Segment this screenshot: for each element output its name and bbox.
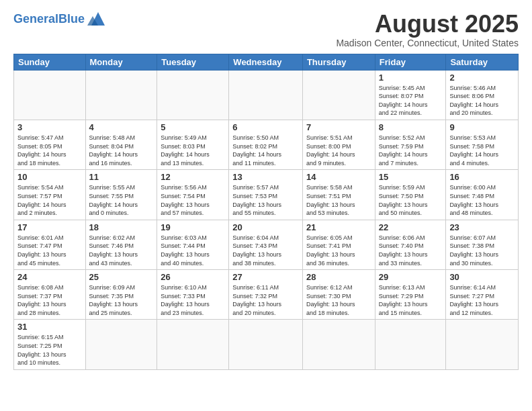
day-number: 26 (161, 272, 225, 282)
calendar-week-2: 3Sunrise: 5:47 AM Sunset: 8:05 PM Daylig… (14, 120, 519, 169)
calendar-cell: 26Sunrise: 6:10 AM Sunset: 7:33 PM Dayli… (157, 270, 229, 320)
day-number: 28 (306, 272, 371, 282)
calendar-cell (302, 320, 375, 369)
calendar-cell (14, 70, 86, 120)
calendar-cell: 27Sunrise: 6:11 AM Sunset: 7:32 PM Dayli… (229, 270, 303, 320)
day-info: Sunrise: 6:09 AM Sunset: 7:35 PM Dayligh… (89, 283, 154, 317)
day-number: 25 (89, 272, 154, 282)
calendar-cell: 11Sunrise: 5:55 AM Sunset: 7:55 PM Dayli… (85, 170, 157, 220)
day-info: Sunrise: 6:03 AM Sunset: 7:44 PM Dayligh… (161, 234, 225, 267)
day-info: Sunrise: 6:08 AM Sunset: 7:37 PM Dayligh… (17, 283, 82, 317)
day-info: Sunrise: 6:14 AM Sunset: 7:27 PM Dayligh… (449, 283, 515, 317)
calendar-cell (446, 320, 519, 369)
day-number: 11 (89, 172, 154, 182)
day-number: 24 (17, 272, 82, 282)
day-info: Sunrise: 5:46 AM Sunset: 8:06 PM Dayligh… (449, 84, 515, 118)
day-info: Sunrise: 5:48 AM Sunset: 8:04 PM Dayligh… (89, 134, 154, 167)
day-number: 20 (232, 222, 299, 232)
logo-icon (86, 11, 106, 27)
calendar-cell: 29Sunrise: 6:13 AM Sunset: 7:29 PM Dayli… (375, 270, 446, 320)
day-number: 27 (232, 272, 299, 282)
calendar-week-5: 24Sunrise: 6:08 AM Sunset: 7:37 PM Dayli… (14, 270, 519, 320)
calendar-cell: 12Sunrise: 5:56 AM Sunset: 7:54 PM Dayli… (157, 170, 229, 220)
calendar-cell: 13Sunrise: 5:57 AM Sunset: 7:53 PM Dayli… (229, 170, 303, 220)
day-info: Sunrise: 6:05 AM Sunset: 7:41 PM Dayligh… (306, 234, 371, 267)
day-number: 9 (449, 122, 515, 132)
day-info: Sunrise: 5:53 AM Sunset: 7:58 PM Dayligh… (449, 134, 515, 167)
calendar-cell: 16Sunrise: 6:00 AM Sunset: 7:48 PM Dayli… (446, 170, 519, 220)
calendar-week-3: 10Sunrise: 5:54 AM Sunset: 7:57 PM Dayli… (14, 170, 519, 220)
day-number: 22 (379, 222, 443, 232)
day-info: Sunrise: 5:47 AM Sunset: 8:05 PM Dayligh… (17, 134, 82, 167)
calendar-cell: 31Sunrise: 6:15 AM Sunset: 7:25 PM Dayli… (14, 320, 86, 369)
day-number: 5 (161, 122, 225, 132)
calendar-cell: 21Sunrise: 6:05 AM Sunset: 7:41 PM Dayli… (302, 220, 375, 269)
month-year: August 2025 (336, 11, 519, 38)
day-info: Sunrise: 5:45 AM Sunset: 8:07 PM Dayligh… (379, 84, 443, 118)
day-info: Sunrise: 6:13 AM Sunset: 7:29 PM Dayligh… (379, 283, 443, 317)
title-block: August 2025 Madison Center, Connecticut,… (336, 11, 519, 48)
day-info: Sunrise: 6:11 AM Sunset: 7:32 PM Dayligh… (232, 283, 299, 317)
page: GeneralBlue August 2025 Madison Center, … (0, 0, 532, 377)
col-friday: Friday (375, 54, 446, 70)
calendar-cell: 17Sunrise: 6:01 AM Sunset: 7:47 PM Dayli… (14, 220, 86, 269)
day-number: 14 (306, 172, 371, 182)
day-number: 4 (89, 122, 154, 132)
calendar-cell: 18Sunrise: 6:02 AM Sunset: 7:46 PM Dayli… (85, 220, 157, 269)
calendar-cell (229, 70, 303, 120)
calendar-cell: 5Sunrise: 5:49 AM Sunset: 8:03 PM Daylig… (157, 120, 229, 169)
day-info: Sunrise: 6:07 AM Sunset: 7:38 PM Dayligh… (449, 234, 515, 267)
day-info: Sunrise: 5:50 AM Sunset: 8:02 PM Dayligh… (232, 134, 299, 167)
day-number: 21 (306, 222, 371, 232)
day-number: 8 (379, 122, 443, 132)
day-info: Sunrise: 5:51 AM Sunset: 8:00 PM Dayligh… (306, 134, 371, 167)
calendar-cell: 8Sunrise: 5:52 AM Sunset: 7:59 PM Daylig… (375, 120, 446, 169)
col-tuesday: Tuesday (157, 54, 229, 70)
day-info: Sunrise: 5:55 AM Sunset: 7:55 PM Dayligh… (89, 183, 154, 217)
day-number: 17 (17, 222, 82, 232)
day-info: Sunrise: 6:15 AM Sunset: 7:25 PM Dayligh… (17, 333, 82, 367)
day-info: Sunrise: 6:01 AM Sunset: 7:47 PM Dayligh… (17, 234, 82, 267)
calendar-cell: 1Sunrise: 5:45 AM Sunset: 8:07 PM Daylig… (375, 70, 446, 120)
calendar-week-4: 17Sunrise: 6:01 AM Sunset: 7:47 PM Dayli… (14, 220, 519, 269)
calendar-cell: 30Sunrise: 6:14 AM Sunset: 7:27 PM Dayli… (446, 270, 519, 320)
day-number: 23 (449, 222, 515, 232)
day-info: Sunrise: 6:10 AM Sunset: 7:33 PM Dayligh… (161, 283, 225, 317)
day-info: Sunrise: 5:59 AM Sunset: 7:50 PM Dayligh… (379, 183, 443, 217)
calendar-cell: 25Sunrise: 6:09 AM Sunset: 7:35 PM Dayli… (85, 270, 157, 320)
day-info: Sunrise: 6:00 AM Sunset: 7:48 PM Dayligh… (449, 183, 515, 217)
calendar-cell: 20Sunrise: 6:04 AM Sunset: 7:43 PM Dayli… (229, 220, 303, 269)
calendar-cell: 23Sunrise: 6:07 AM Sunset: 7:38 PM Dayli… (446, 220, 519, 269)
calendar-cell: 4Sunrise: 5:48 AM Sunset: 8:04 PM Daylig… (85, 120, 157, 169)
calendar-week-1: 1Sunrise: 5:45 AM Sunset: 8:07 PM Daylig… (14, 70, 519, 120)
day-number: 1 (379, 73, 443, 83)
calendar-header-row: Sunday Monday Tuesday Wednesday Thursday… (14, 54, 519, 70)
day-number: 7 (306, 122, 371, 132)
day-info: Sunrise: 5:57 AM Sunset: 7:53 PM Dayligh… (232, 183, 299, 217)
calendar-cell (157, 320, 229, 369)
calendar-cell: 2Sunrise: 5:46 AM Sunset: 8:06 PM Daylig… (446, 70, 519, 120)
day-number: 29 (379, 272, 443, 282)
day-info: Sunrise: 5:58 AM Sunset: 7:51 PM Dayligh… (306, 183, 371, 217)
calendar-cell: 24Sunrise: 6:08 AM Sunset: 7:37 PM Dayli… (14, 270, 86, 320)
day-info: Sunrise: 6:12 AM Sunset: 7:30 PM Dayligh… (306, 283, 371, 317)
logo-blue: Blue (58, 12, 85, 26)
calendar-cell (375, 320, 446, 369)
calendar-cell: 3Sunrise: 5:47 AM Sunset: 8:05 PM Daylig… (14, 120, 86, 169)
calendar-cell: 6Sunrise: 5:50 AM Sunset: 8:02 PM Daylig… (229, 120, 303, 169)
day-number: 10 (17, 172, 82, 182)
col-thursday: Thursday (302, 54, 375, 70)
calendar-cell: 9Sunrise: 5:53 AM Sunset: 7:58 PM Daylig… (446, 120, 519, 169)
day-number: 3 (17, 122, 82, 132)
location: Madison Center, Connecticut, United Stat… (336, 38, 519, 48)
calendar-cell: 14Sunrise: 5:58 AM Sunset: 7:51 PM Dayli… (302, 170, 375, 220)
calendar-cell (85, 320, 157, 369)
logo-general: General (13, 12, 58, 26)
day-info: Sunrise: 6:06 AM Sunset: 7:40 PM Dayligh… (379, 234, 443, 267)
day-number: 15 (379, 172, 443, 182)
day-info: Sunrise: 5:49 AM Sunset: 8:03 PM Dayligh… (161, 134, 225, 167)
day-number: 6 (232, 122, 299, 132)
calendar-cell: 28Sunrise: 6:12 AM Sunset: 7:30 PM Dayli… (302, 270, 375, 320)
calendar-cell (229, 320, 303, 369)
day-number: 16 (449, 172, 515, 182)
